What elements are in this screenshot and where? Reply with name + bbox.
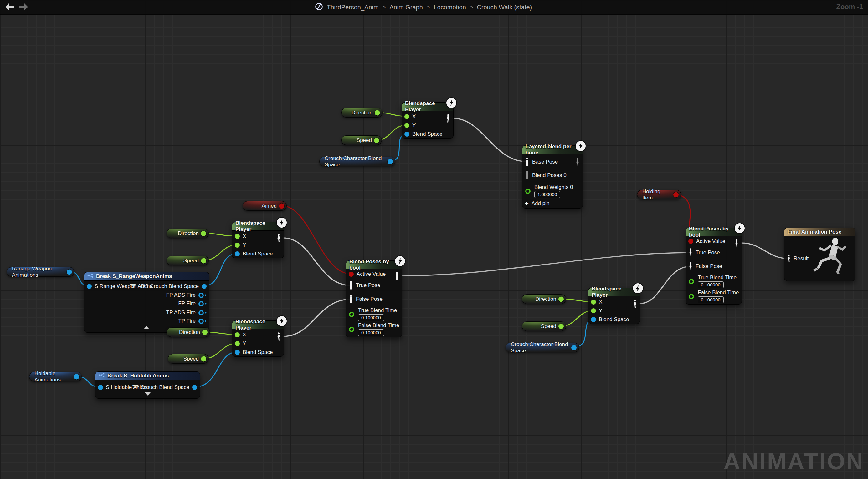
node-layered-blend-per-bone[interactable]: Layered blend per bone Base Pose Blend P… [522,145,583,209]
variable-pill-crouch-blend-space[interactable]: Crouch Character Blend Space [505,343,579,352]
output-pin[interactable] [673,192,679,197]
wire-bsp4-to-falsepose[interactable] [640,266,690,304]
input-pin-y[interactable] [235,243,240,248]
anim-graph-canvas[interactable]: { "header": { "breadcrumb": ["ThirdPerso… [0,0,868,479]
variable-pill-holdable-animations[interactable]: Holdable Animations [29,372,82,381]
wire-bsp3-to-falsepose[interactable] [283,299,351,336]
base-pose-input-pin[interactable] [525,158,529,166]
active-value-pin[interactable] [349,272,354,277]
false-blend-time-pin[interactable] [689,294,694,299]
struct-input-pin[interactable] [87,284,92,289]
true-pose-input-pin[interactable] [688,248,693,257]
input-pin-y[interactable] [235,341,240,346]
node-blendspace-player-top[interactable]: Blendspace Player X Y Blend Space [402,102,454,138]
collapse-pins-arrow[interactable] [144,326,149,329]
node-blendspace-player-mid[interactable]: Blendspace Player X Y Blend Space [232,222,284,258]
true-blend-time-value[interactable]: 0.100000 [358,314,384,321]
output-pin[interactable] [558,297,564,302]
input-pin-x[interactable] [235,234,240,239]
blend-poses-input-pin[interactable] [525,171,529,180]
node-break-rangeweaponanims[interactable]: Break S_RangeWeaponAnims S Range Weapon … [84,272,209,333]
breadcrumb-item-asset[interactable]: ThirdPerson_Anim [327,4,379,11]
output-pin[interactable] [279,203,284,209]
output-pin[interactable] [374,138,379,143]
variable-pill-speed[interactable]: Speed [168,354,209,364]
node-title[interactable]: Layered blend per bone [522,146,583,154]
output-pin-fp-ads-fire[interactable] [198,293,204,298]
node-final-animation-pose[interactable]: Final Animation Pose Result [784,228,856,281]
pose-output-pin[interactable] [632,300,637,308]
variable-pill-direction[interactable]: Direction [166,229,209,238]
pose-output-pin[interactable] [734,239,739,248]
pose-output-pin[interactable] [575,158,580,167]
output-pin[interactable] [375,110,380,115]
breadcrumb-item-animgraph[interactable]: Anim Graph [390,4,423,11]
false-pose-input-pin[interactable] [688,262,693,271]
variable-pill-direction[interactable]: Direction [341,108,382,117]
output-pin[interactable] [74,374,79,379]
node-blend-poses-by-bool-center[interactable]: Blend Poses by bool Active Value True Po… [346,261,402,337]
output-pin[interactable] [388,159,393,164]
variable-pill-crouch-blend-space[interactable]: Crouch Character Blend Space [319,157,395,166]
blend-weights-value[interactable]: 1.000000 [534,191,560,198]
struct-input-pin[interactable] [98,385,103,390]
variable-pill-speed[interactable]: Speed [341,135,382,145]
variable-pill-speed[interactable]: Speed [166,256,209,266]
node-title[interactable]: Blend Poses by bool [346,261,402,269]
output-pin[interactable] [201,258,206,263]
input-pin-blend-space[interactable] [235,350,240,355]
true-blend-time-pin[interactable] [349,312,354,317]
false-blend-time-value[interactable]: 0.100000 [698,297,724,303]
input-pin-y[interactable] [404,123,409,128]
variable-pill-direction[interactable]: Direction [166,328,210,337]
true-blend-time-value[interactable]: 0.100000 [698,281,724,288]
false-blend-time-value[interactable]: 0.100000 [358,329,384,336]
active-value-pin[interactable] [688,239,693,244]
breadcrumb-item-locomotion[interactable]: Locomotion [434,4,466,11]
false-blend-time-pin[interactable] [349,327,354,332]
output-pin[interactable] [202,330,208,335]
node-break-holdableanims[interactable]: Break S_HoldableAnims S Holdable Anims T… [95,371,200,399]
add-pin-button[interactable]: +Add pin [525,200,549,208]
pose-output-pin[interactable] [395,272,399,281]
result-input-pin[interactable] [787,255,791,262]
node-title[interactable]: Final Animation Pose [784,228,855,236]
blend-weights-pin[interactable] [525,189,531,194]
breadcrumb-item-state[interactable]: Crouch Walk (state) [477,4,532,11]
wire-bsp2-to-truepose[interactable] [283,238,351,285]
output-pin-tp-crouch[interactable] [192,385,197,390]
output-pin[interactable] [67,269,72,275]
pose-output-pin[interactable] [446,114,451,123]
input-pin-y[interactable] [591,308,596,313]
wire-rightblend-to-result[interactable] [741,243,788,259]
expand-pins-arrow[interactable] [145,392,151,396]
pose-output-pin[interactable] [276,234,281,243]
node-title[interactable]: Blend Poses by bool [686,228,742,236]
wire-bsp1-to-basepose[interactable] [452,118,527,162]
input-pin-blend-space[interactable] [404,132,409,137]
node-blend-poses-by-bool-right[interactable]: Blend Poses by bool Active Value True Po… [685,228,742,305]
variable-pill-speed[interactable]: Speed [522,321,566,331]
node-blendspace-player-lower[interactable]: Blendspace Player X Y Blend Space [232,320,284,357]
input-pin-x[interactable] [591,300,596,305]
input-pin-blend-space[interactable] [591,317,596,322]
pose-output-pin[interactable] [276,332,281,341]
output-pin[interactable] [201,356,206,362]
forward-arrow-button[interactable] [19,3,28,12]
output-pin[interactable] [558,323,564,329]
variable-pill-holding-item[interactable]: Holding Item [637,190,681,200]
false-pose-input-pin[interactable] [349,295,353,304]
true-pose-input-pin[interactable] [349,281,353,290]
output-pin-tp-ads-crouch[interactable] [202,284,207,289]
back-arrow-button[interactable] [5,3,14,12]
node-blendspace-player-right[interactable]: Blendspace Player X Y Blend Space [588,288,640,324]
input-pin-x[interactable] [404,114,409,119]
output-pin-fp-fire[interactable] [198,301,204,306]
wire-centerblend-to-truepose[interactable] [402,253,690,276]
input-pin-blend-space[interactable] [235,251,240,256]
input-pin-x[interactable] [235,332,240,337]
variable-pill-range-weapon-animations[interactable]: Ranage Weapon Animations [7,267,74,277]
variable-pill-aimed[interactable]: Aimed [243,201,287,211]
true-blend-time-pin[interactable] [689,279,694,284]
output-pin[interactable] [201,231,206,236]
